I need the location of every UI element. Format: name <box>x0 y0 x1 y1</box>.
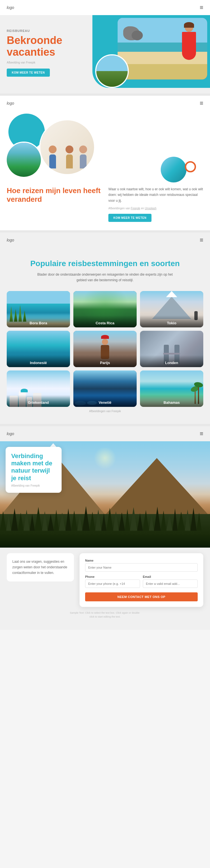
hero-area: REISBUREAU Bekroonde vacanties Afbeeldin… <box>0 15 210 93</box>
destination-londen[interactable]: Londen <box>140 331 203 367</box>
nature-hero-area: Verbinding maken met de natuur terwijl j… <box>0 441 210 548</box>
destination-label: Bahamas <box>140 395 203 407</box>
destination-griekenland[interactable]: Griekenland <box>7 370 70 407</box>
palm-scene <box>7 143 41 177</box>
name-input[interactable] <box>85 563 198 572</box>
contact-description: Laat ons uw vragen, suggesties en zorgen… <box>12 559 68 576</box>
phone-label: Phone <box>85 575 140 579</box>
contact-submit-button[interactable]: NEEM CONTACT MET ONS OP <box>85 592 198 601</box>
navbar-2: logo ≡ <box>0 96 210 111</box>
beach-scene <box>118 18 207 80</box>
destination-indonesie[interactable]: Indonesië <box>7 331 70 367</box>
destination-costa-rica[interactable]: Costa Rica <box>73 291 137 328</box>
section3-subtitle: Blader door de onderstaande onderwerpen … <box>35 272 175 283</box>
friends-circle-image <box>39 119 95 175</box>
destination-tokio[interactable]: Tokio <box>140 291 203 328</box>
hero-front-image <box>95 54 129 88</box>
hero-tag: REISBUREAU <box>7 29 80 32</box>
section2-left: Hoe reizen mijn leven heeft veranderd <box>7 186 102 222</box>
divider-2 <box>0 230 210 232</box>
hero-credit: Afbeelding van Freepik <box>7 61 80 64</box>
nature-content-card: Verbinding maken met de natuur terwijl j… <box>6 447 62 493</box>
phone-input[interactable] <box>85 580 140 588</box>
contact-section: Laat ons uw vragen, suggesties en zorgen… <box>0 548 210 630</box>
person-2 <box>65 146 73 168</box>
section4-nature: logo ≡ <box>0 426 210 630</box>
woman-figure <box>179 24 199 68</box>
woman-head <box>185 24 193 32</box>
contact-left-card: Laat ons uw vragen, suggesties en zorgen… <box>7 553 74 582</box>
hamburger-icon-4[interactable]: ≡ <box>200 430 203 437</box>
friends-scene <box>40 120 94 174</box>
phone-email-row: Phone Email <box>85 575 198 591</box>
destination-label: Parijs <box>73 355 137 367</box>
destination-bora-bora[interactable]: Bora Bora <box>7 291 70 328</box>
section2-right: Waar u ook naartoe wilt, hoe u er ook wi… <box>108 186 203 222</box>
section3-destinations: Populaire reisbestemmingen en soorten Bl… <box>0 248 210 424</box>
logo-3: logo <box>7 238 14 242</box>
section2-travel: logo ≡ <box>0 96 210 230</box>
phone-field-group: Phone <box>85 575 140 588</box>
destination-label: Tokio <box>140 315 203 328</box>
beach-rocks2 <box>131 31 143 40</box>
email-input[interactable] <box>143 580 198 588</box>
divider-3 <box>0 424 210 426</box>
hamburger-icon-3[interactable]: ≡ <box>200 237 203 244</box>
section2-description: Waar u ook naartoe wilt, hoe u er ook wi… <box>108 186 203 204</box>
name-label: Name <box>85 559 198 562</box>
divider-1 <box>0 93 210 96</box>
person-3 <box>79 146 87 168</box>
navbar-4: logo ≡ <box>0 426 210 441</box>
section3-wrapper: logo ≡ Populaire reisbestemmingen en soo… <box>0 232 210 424</box>
destination-label: Londen <box>140 355 203 367</box>
section1-hero: logo ≡ <box>0 0 210 93</box>
navbar-3: logo ≡ <box>0 232 210 248</box>
hero-content: REISBUREAU Bekroonde vacanties Afbeeldin… <box>7 24 80 77</box>
destination-label: Costa Rica <box>73 315 137 328</box>
destination-bahamas[interactable]: Bahamas <box>140 370 203 407</box>
hero-cta-button[interactable]: KOM MEER TE WETEN <box>7 68 50 77</box>
section3-title: Populaire reisbestemmingen en soorten <box>7 259 203 268</box>
destination-venetie[interactable]: Venetië <box>73 370 137 407</box>
destinations-grid: Bora Bora Costa Rica <box>7 291 203 407</box>
section3-credit: Afbeeldingen van Freepik <box>7 410 203 413</box>
water-circle-image <box>159 156 188 184</box>
logo-2: logo <box>7 101 14 105</box>
navbar-1: logo ≡ <box>0 0 210 15</box>
hamburger-icon-1[interactable]: ≡ <box>200 4 203 11</box>
mountain-scene <box>96 55 128 87</box>
water-scene <box>161 157 186 182</box>
hamburger-icon-2[interactable]: ≡ <box>200 100 203 107</box>
person-1 <box>49 146 57 168</box>
name-field-group: Name <box>85 559 198 572</box>
orange-ring-decoration <box>185 161 196 173</box>
section2-credit: Afbeeldingen van Freepik en Unsplash <box>108 207 203 210</box>
destination-label: Indonesië <box>7 355 70 367</box>
palm-circle-image <box>6 142 42 178</box>
destination-label: Bora Bora <box>7 315 70 328</box>
circles-area <box>0 111 210 184</box>
logo-1: logo <box>7 5 14 10</box>
woman-dress <box>182 32 196 60</box>
destination-label: Griekenland <box>7 395 70 407</box>
destination-label: Venetië <box>73 395 137 407</box>
woman-hair <box>184 22 194 28</box>
section2-cta-button[interactable]: KOM MEER TE WETEN <box>108 214 151 222</box>
section2-title: Hoe reizen mijn leven heeft veranderd <box>7 186 102 204</box>
nature-card-title: Verbinding maken met de natuur terwijl j… <box>11 453 56 482</box>
hero-images <box>101 18 207 88</box>
hero-title: Bekroonde vacanties <box>7 35 80 58</box>
email-label: Email <box>143 575 198 579</box>
destination-parijs[interactable]: Parijs <box>73 331 137 367</box>
hero-back-image <box>118 18 207 80</box>
logo-4: logo <box>7 432 14 436</box>
sample-text: Sample Text: Click to select the text bo… <box>7 611 203 619</box>
section2-text: Hoe reizen mijn leven heeft veranderd Wa… <box>0 184 210 230</box>
contact-form-area: Name Phone Email NEEM CONTACT MET ONS OP <box>80 553 203 607</box>
contact-layout: Laat ons uw vragen, suggesties en zorgen… <box>7 553 203 607</box>
nature-card-credit: Afbeelding van Freepik <box>11 484 56 487</box>
email-field-group: Email <box>143 575 198 588</box>
